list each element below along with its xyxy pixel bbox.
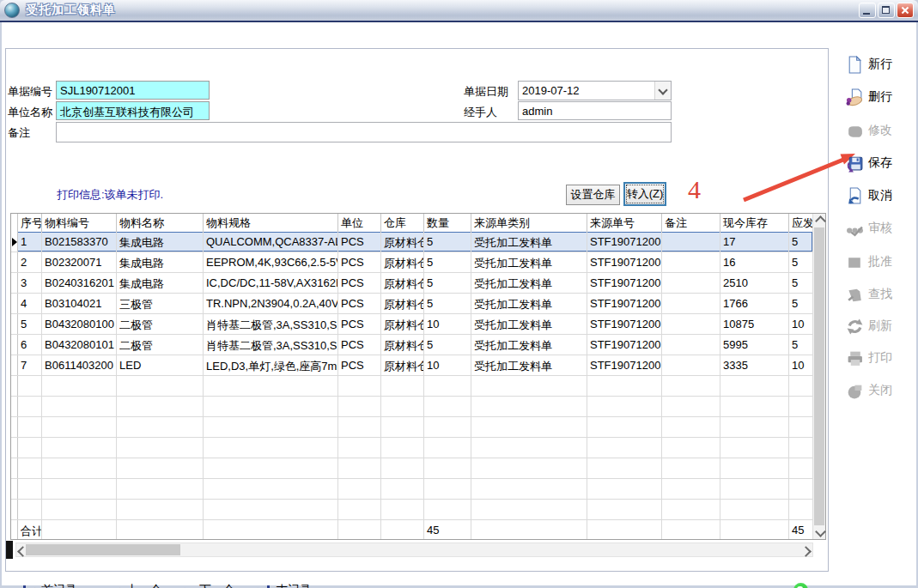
sidebar-save-button[interactable]: 保存: [846, 152, 918, 174]
table-cell[interactable]: 肖特基二极管,3A,SS310,SM: [204, 335, 338, 355]
horizontal-scrollbar[interactable]: [15, 543, 813, 557]
table-cell[interactable]: 5: [424, 335, 471, 355]
table-row[interactable]: 5B0432080100二极管肖特基二极管,3A,SS310,SMPCS原材料仓…: [11, 314, 812, 335]
table-cell[interactable]: 1766: [720, 294, 789, 313]
horizontal-scroll-thumb[interactable]: [26, 544, 180, 555]
table-cell[interactable]: 16: [720, 252, 789, 272]
table-cell[interactable]: [662, 355, 720, 375]
sidebar-new-row-button[interactable]: 新行: [846, 53, 918, 76]
vertical-scroll-thumb[interactable]: [814, 227, 824, 525]
scroll-up-icon[interactable]: [815, 215, 826, 227]
table-cell[interactable]: 5: [424, 252, 471, 272]
table-cell[interactable]: B0611403200: [42, 355, 117, 375]
table-cell[interactable]: LED: [117, 355, 204, 375]
table-cell[interactable]: 10: [789, 314, 812, 334]
sidebar-print-button[interactable]: 打印: [846, 347, 918, 369]
table-cell[interactable]: PCS: [338, 273, 381, 293]
table-cell[interactable]: 原材料仓: [381, 232, 424, 252]
column-header[interactable]: 来源单类别: [471, 214, 587, 232]
table-cell[interactable]: PCS: [338, 232, 381, 252]
table-cell[interactable]: STF190712001: [587, 252, 662, 272]
table-cell[interactable]: 原材料仓: [381, 355, 424, 375]
nav-first-record-button[interactable]: ◀ 首记录: [23, 580, 77, 588]
column-header[interactable]: 应发量: [789, 214, 812, 232]
table-cell[interactable]: B02320071: [42, 252, 117, 272]
sidebar-close-button[interactable]: 关闭: [846, 379, 918, 402]
table-cell[interactable]: 原材料仓: [381, 273, 424, 293]
column-header[interactable]: 序号: [18, 214, 42, 232]
table-cell[interactable]: QUALCOMM,QCA8337-AL3: [204, 232, 338, 252]
transfer-button[interactable]: 转入(Z): [623, 182, 666, 206]
table-cell[interactable]: [662, 252, 720, 272]
table-cell[interactable]: LED,D3,单灯,绿色,座高7mm: [204, 355, 338, 375]
table-cell[interactable]: 2: [18, 252, 42, 272]
table-cell[interactable]: 二极管: [117, 335, 204, 355]
table-cell[interactable]: STF190712001: [587, 232, 662, 252]
table-cell[interactable]: 受托加工发料单: [471, 252, 587, 272]
table-cell[interactable]: [662, 232, 720, 252]
table-cell[interactable]: B021583370: [42, 232, 117, 252]
table-cell[interactable]: 受托加工发料单: [471, 294, 587, 313]
table-cell[interactable]: STF190712001: [587, 294, 662, 313]
sidebar-approve-button[interactable]: 批准: [846, 251, 918, 273]
doc-date-combo[interactable]: 2019-07-12: [518, 81, 672, 100]
table-cell[interactable]: EEPROM,4K,93C66,2.5-5V: [204, 252, 338, 272]
table-cell[interactable]: 受托加工发料单: [471, 314, 587, 334]
column-header[interactable]: 物料名称: [117, 214, 204, 232]
table-cell[interactable]: PCS: [338, 294, 381, 313]
table-cell[interactable]: 集成电路: [117, 232, 204, 252]
table-cell[interactable]: [662, 273, 720, 293]
titlebar[interactable]: 受托加工领料单: [0, 0, 918, 22]
table-cell[interactable]: B0432080100: [42, 314, 117, 334]
column-header[interactable]: 现今库存: [720, 214, 789, 232]
table-cell[interactable]: STF190712001: [587, 335, 662, 355]
table-row[interactable]: 3B0240316201集成电路IC,DC/DC,11-58V,AX3162EP…: [11, 273, 812, 294]
sidebar-refresh-button[interactable]: 刷新: [846, 315, 918, 337]
table-cell[interactable]: 5: [789, 294, 812, 313]
minimize-button[interactable]: [859, 3, 876, 18]
chevron-down-icon[interactable]: [654, 82, 671, 100]
table-cell[interactable]: [662, 314, 720, 334]
table-cell[interactable]: 原材料仓: [381, 252, 424, 272]
table-cell[interactable]: 1: [18, 232, 42, 252]
vertical-scrollbar[interactable]: [812, 214, 825, 539]
column-header[interactable]: 备注: [662, 214, 720, 232]
table-cell[interactable]: B03104021: [42, 294, 117, 313]
table-cell[interactable]: [662, 294, 720, 313]
sidebar-audit-button[interactable]: 审核: [846, 217, 918, 239]
table-cell[interactable]: 受托加工发料单: [471, 273, 587, 293]
table-row[interactable]: 1B021583370集成电路QUALCOMM,QCA8337-AL3PCS原材…: [11, 232, 812, 252]
nav-last-record-button[interactable]: ▶ 末记录: [258, 580, 312, 588]
column-header[interactable]: 物料规格: [204, 214, 338, 232]
table-cell[interactable]: 10: [424, 314, 471, 334]
table-cell[interactable]: B0432080101: [42, 335, 117, 355]
table-cell[interactable]: PCS: [338, 314, 381, 334]
table-cell[interactable]: 5: [424, 232, 471, 252]
table-cell[interactable]: IC,DC/DC,11-58V,AX3162E: [204, 273, 338, 293]
close-button[interactable]: [897, 3, 914, 18]
set-warehouse-button[interactable]: 设置仓库: [566, 185, 620, 205]
table-cell[interactable]: 集成电路: [117, 273, 204, 293]
maximize-button[interactable]: [878, 3, 895, 18]
table-cell[interactable]: STF190712001: [587, 355, 662, 375]
scroll-down-icon[interactable]: [815, 526, 826, 537]
sidebar-delete-row-button[interactable]: 删行: [846, 86, 918, 108]
sidebar-find-button[interactable]: 查找: [846, 283, 918, 306]
table-cell[interactable]: 5: [789, 273, 812, 293]
table-cell[interactable]: B0240316201: [42, 273, 117, 293]
table-row[interactable]: 7B0611403200LEDLED,D3,单灯,绿色,座高7mmPCS原材料仓…: [11, 355, 812, 376]
table-cell[interactable]: 3335: [720, 355, 789, 375]
table-cell[interactable]: 二极管: [117, 314, 204, 334]
table-cell[interactable]: 原材料仓: [381, 314, 424, 334]
table-cell[interactable]: 6: [18, 335, 42, 355]
table-row[interactable]: 2B02320071集成电路EEPROM,4K,93C66,2.5-5VPCS原…: [11, 252, 812, 273]
table-cell[interactable]: 三极管: [117, 294, 204, 313]
table-cell[interactable]: 2510: [720, 273, 789, 293]
column-header[interactable]: 仓库: [381, 214, 424, 232]
table-cell[interactable]: 17: [720, 232, 789, 252]
column-header[interactable]: 来源单号: [587, 214, 662, 232]
table-cell[interactable]: 5: [789, 232, 812, 252]
nav-next-button[interactable]: ▶ 下一个: [185, 580, 235, 588]
table-cell[interactable]: 受托加工发料单: [471, 232, 587, 252]
doc-no-field[interactable]: SJL190712001: [56, 81, 210, 100]
